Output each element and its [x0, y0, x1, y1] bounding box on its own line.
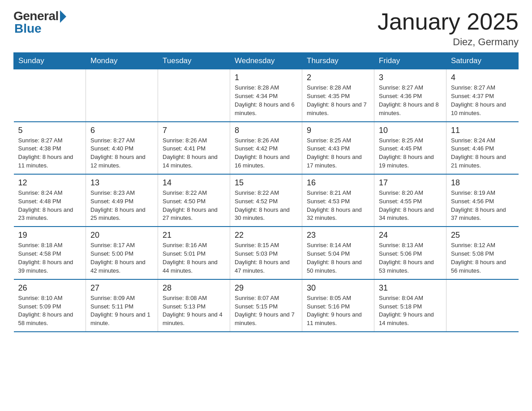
day-number: 13: [90, 178, 153, 188]
day-info: Sunrise: 8:26 AM Sunset: 4:42 PM Dayligh…: [235, 137, 297, 170]
calendar-day-5: 5Sunrise: 8:27 AM Sunset: 4:38 PM Daylig…: [14, 122, 86, 174]
day-number: 11: [451, 126, 514, 135]
day-info: Sunrise: 8:28 AM Sunset: 4:34 PM Dayligh…: [235, 84, 297, 117]
day-info: Sunrise: 8:27 AM Sunset: 4:38 PM Dayligh…: [18, 137, 82, 170]
day-info: Sunrise: 8:09 AM Sunset: 5:11 PM Dayligh…: [90, 294, 153, 328]
calendar-day-20: 20Sunrise: 8:17 AM Sunset: 5:00 PM Dayli…: [86, 227, 158, 279]
calendar-week-row: 12Sunrise: 8:24 AM Sunset: 4:48 PM Dayli…: [14, 174, 519, 227]
calendar-day-23: 23Sunrise: 8:14 AM Sunset: 5:04 PM Dayli…: [302, 227, 374, 279]
calendar-day-25: 25Sunrise: 8:12 AM Sunset: 5:08 PM Dayli…: [446, 227, 519, 279]
calendar-day-29: 29Sunrise: 8:07 AM Sunset: 5:15 PM Dayli…: [230, 279, 302, 332]
month-title: January 2025: [378, 9, 519, 34]
day-number: 10: [379, 126, 442, 135]
day-number: 2: [307, 73, 369, 82]
day-info: Sunrise: 8:10 AM Sunset: 5:09 PM Dayligh…: [18, 294, 82, 328]
calendar-day-28: 28Sunrise: 8:08 AM Sunset: 5:13 PM Dayli…: [158, 279, 230, 332]
calendar-header-thursday: Thursday: [302, 53, 374, 69]
calendar-day-30: 30Sunrise: 8:05 AM Sunset: 5:16 PM Dayli…: [302, 279, 374, 332]
day-info: Sunrise: 8:27 AM Sunset: 4:37 PM Dayligh…: [451, 84, 514, 117]
day-info: Sunrise: 8:24 AM Sunset: 4:48 PM Dayligh…: [18, 189, 82, 223]
calendar-day-10: 10Sunrise: 8:25 AM Sunset: 4:45 PM Dayli…: [374, 122, 446, 174]
day-info: Sunrise: 8:15 AM Sunset: 5:03 PM Dayligh…: [235, 241, 297, 275]
location: Diez, Germany: [378, 36, 519, 48]
calendar-header-row: SundayMondayTuesdayWednesdayThursdayFrid…: [14, 53, 519, 69]
day-info: Sunrise: 8:20 AM Sunset: 4:55 PM Dayligh…: [379, 189, 442, 223]
calendar-header-friday: Friday: [374, 53, 446, 69]
day-number: 22: [235, 231, 297, 240]
day-number: 29: [235, 283, 297, 293]
day-number: 27: [90, 283, 153, 293]
day-info: Sunrise: 8:12 AM Sunset: 5:08 PM Dayligh…: [451, 241, 514, 275]
calendar-empty-cell: [86, 69, 158, 122]
calendar-day-17: 17Sunrise: 8:20 AM Sunset: 4:55 PM Dayli…: [374, 174, 446, 227]
day-info: Sunrise: 8:25 AM Sunset: 4:45 PM Dayligh…: [379, 137, 442, 170]
day-info: Sunrise: 8:23 AM Sunset: 4:49 PM Dayligh…: [90, 189, 153, 223]
calendar-day-19: 19Sunrise: 8:18 AM Sunset: 4:58 PM Dayli…: [14, 227, 86, 279]
calendar-week-row: 1Sunrise: 8:28 AM Sunset: 4:34 PM Daylig…: [14, 69, 519, 122]
day-number: 20: [90, 231, 153, 240]
day-info: Sunrise: 8:17 AM Sunset: 5:00 PM Dayligh…: [90, 241, 153, 275]
calendar-day-6: 6Sunrise: 8:27 AM Sunset: 4:40 PM Daylig…: [86, 122, 158, 174]
day-info: Sunrise: 8:25 AM Sunset: 4:43 PM Dayligh…: [307, 137, 369, 170]
logo-blue-text: Blue: [14, 21, 42, 36]
day-info: Sunrise: 8:13 AM Sunset: 5:06 PM Dayligh…: [379, 241, 442, 275]
logo-arrow-icon: [60, 10, 66, 23]
day-info: Sunrise: 8:19 AM Sunset: 4:56 PM Dayligh…: [451, 189, 514, 223]
calendar-header-saturday: Saturday: [446, 53, 519, 69]
day-info: Sunrise: 8:26 AM Sunset: 4:41 PM Dayligh…: [163, 137, 225, 170]
day-number: 21: [163, 231, 225, 240]
day-number: 12: [18, 178, 82, 188]
day-number: 15: [235, 178, 297, 188]
calendar-day-4: 4Sunrise: 8:27 AM Sunset: 4:37 PM Daylig…: [446, 69, 519, 122]
calendar-day-16: 16Sunrise: 8:21 AM Sunset: 4:53 PM Dayli…: [302, 174, 374, 227]
day-info: Sunrise: 8:14 AM Sunset: 5:04 PM Dayligh…: [307, 241, 369, 275]
day-number: 1: [235, 73, 297, 82]
day-number: 3: [379, 73, 442, 82]
calendar-day-13: 13Sunrise: 8:23 AM Sunset: 4:49 PM Dayli…: [86, 174, 158, 227]
day-info: Sunrise: 8:07 AM Sunset: 5:15 PM Dayligh…: [235, 294, 297, 328]
day-number: 24: [379, 231, 442, 240]
calendar-day-12: 12Sunrise: 8:24 AM Sunset: 4:48 PM Dayli…: [14, 174, 86, 227]
calendar-day-9: 9Sunrise: 8:25 AM Sunset: 4:43 PM Daylig…: [302, 122, 374, 174]
day-info: Sunrise: 8:18 AM Sunset: 4:58 PM Dayligh…: [18, 241, 82, 275]
calendar-day-26: 26Sunrise: 8:10 AM Sunset: 5:09 PM Dayli…: [14, 279, 86, 332]
day-number: 9: [307, 126, 369, 135]
day-info: Sunrise: 8:16 AM Sunset: 5:01 PM Dayligh…: [163, 241, 225, 275]
day-info: Sunrise: 8:08 AM Sunset: 5:13 PM Dayligh…: [163, 294, 225, 328]
calendar-day-1: 1Sunrise: 8:28 AM Sunset: 4:34 PM Daylig…: [230, 69, 302, 122]
day-number: 8: [235, 126, 297, 135]
day-number: 17: [379, 178, 442, 188]
day-number: 26: [18, 283, 82, 293]
calendar-week-row: 26Sunrise: 8:10 AM Sunset: 5:09 PM Dayli…: [14, 279, 519, 332]
calendar-day-7: 7Sunrise: 8:26 AM Sunset: 4:41 PM Daylig…: [158, 122, 230, 174]
calendar-day-11: 11Sunrise: 8:24 AM Sunset: 4:46 PM Dayli…: [446, 122, 519, 174]
day-number: 23: [307, 231, 369, 240]
calendar-day-3: 3Sunrise: 8:27 AM Sunset: 4:36 PM Daylig…: [374, 69, 446, 122]
calendar-day-14: 14Sunrise: 8:22 AM Sunset: 4:50 PM Dayli…: [158, 174, 230, 227]
calendar-header-tuesday: Tuesday: [158, 53, 230, 69]
calendar-header-wednesday: Wednesday: [230, 53, 302, 69]
calendar-day-15: 15Sunrise: 8:22 AM Sunset: 4:52 PM Dayli…: [230, 174, 302, 227]
day-number: 28: [163, 283, 225, 293]
calendar-week-row: 19Sunrise: 8:18 AM Sunset: 4:58 PM Dayli…: [14, 227, 519, 279]
day-number: 6: [90, 126, 153, 135]
day-info: Sunrise: 8:04 AM Sunset: 5:18 PM Dayligh…: [379, 294, 442, 328]
calendar-header-monday: Monday: [86, 53, 158, 69]
calendar-header-sunday: Sunday: [14, 53, 86, 69]
day-number: 4: [451, 73, 514, 82]
calendar-empty-cell: [158, 69, 230, 122]
logo: General Blue: [13, 9, 66, 36]
calendar-day-18: 18Sunrise: 8:19 AM Sunset: 4:56 PM Dayli…: [446, 174, 519, 227]
day-number: 5: [18, 126, 82, 135]
calendar-day-27: 27Sunrise: 8:09 AM Sunset: 5:11 PM Dayli…: [86, 279, 158, 332]
day-number: 16: [307, 178, 369, 188]
calendar-day-31: 31Sunrise: 8:04 AM Sunset: 5:18 PM Dayli…: [374, 279, 446, 332]
day-info: Sunrise: 8:21 AM Sunset: 4:53 PM Dayligh…: [307, 189, 369, 223]
calendar-week-row: 5Sunrise: 8:27 AM Sunset: 4:38 PM Daylig…: [14, 122, 519, 174]
calendar-empty-cell: [14, 69, 86, 122]
day-number: 31: [379, 283, 442, 293]
day-number: 30: [307, 283, 369, 293]
calendar-day-22: 22Sunrise: 8:15 AM Sunset: 5:03 PM Dayli…: [230, 227, 302, 279]
day-number: 14: [163, 178, 225, 188]
calendar-day-8: 8Sunrise: 8:26 AM Sunset: 4:42 PM Daylig…: [230, 122, 302, 174]
